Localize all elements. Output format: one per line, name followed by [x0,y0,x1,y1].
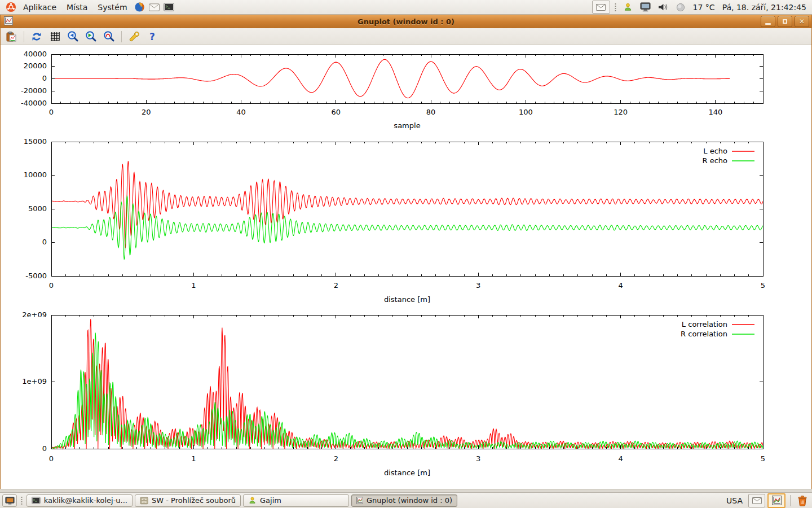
trash-icon [797,495,807,506]
gnuplot-windowlist-button[interactable] [767,493,785,508]
svg-text:2e+09: 2e+09 [22,310,47,319]
svg-text:60: 60 [332,108,341,116]
svg-text:120: 120 [614,108,628,116]
grid-toggle-button[interactable] [47,29,62,44]
speaker-icon [657,3,668,11]
gnuplot-charts: 02040608010012014040000200000-20000-4000… [1,45,811,489]
firefox-icon [134,2,145,12]
menu-places[interactable]: Místa [61,0,92,14]
display-tray[interactable] [638,1,653,14]
monitor-icon [640,2,651,12]
svg-text:-5000: -5000 [25,271,47,280]
zoom-autoscale-button[interactable] [102,29,116,44]
menu-places-label: Místa [67,3,87,12]
svg-text:R echo: R echo [702,156,727,165]
close-icon: ✕ [799,18,805,25]
help-icon: ? [149,31,155,42]
user-switcher-icon [623,2,633,12]
system-tray: 17 °C Pá, 18. září, 21:42:45 [592,1,809,14]
taskbar-handle [21,496,23,505]
svg-text:-40000: -40000 [21,99,47,107]
mail-notification-tray[interactable] [592,1,610,14]
volume-tray[interactable] [656,1,670,14]
svg-text:40000: 40000 [24,50,47,58]
clock[interactable]: Pá, 18. září, 21:42:45 [720,3,809,12]
gajim-icon [248,496,257,505]
svg-text:0: 0 [49,281,54,290]
weather-tray[interactable] [673,1,688,14]
task-label: Gnuplot (window id : 0) [367,496,452,505]
menu-applications[interactable]: Aplikace [18,0,61,14]
tray-handle [615,3,616,11]
window-buttons: ✕ [761,16,809,27]
svg-text:1: 1 [191,281,196,290]
task-file-manager[interactable]: SW - Prohlížeč souborů [135,494,241,507]
weather-icon [676,3,685,12]
svg-text:40: 40 [236,108,246,116]
top-panel: Aplikace Místa Systém [0,0,812,15]
maximize-icon [783,19,787,24]
show-desktop-icon [5,496,15,505]
trash-applet[interactable] [795,494,810,507]
close-button[interactable]: ✕ [795,16,809,27]
zoom-next-icon [85,30,97,42]
toolbar-separator [121,31,122,42]
terminal-launcher[interactable] [162,1,176,14]
ubuntu-logo-icon[interactable] [3,1,18,14]
mailbox-icon [596,4,606,11]
window-titlebar[interactable]: Gnuplot (window id : 0) ✕ [1,15,811,28]
svg-text:5: 5 [761,454,765,463]
svg-text:100: 100 [519,108,533,116]
show-desktop-button[interactable] [2,494,17,507]
svg-text:distance [m]: distance [m] [384,468,430,477]
settings-wrench-icon [129,31,140,42]
minimize-button[interactable] [761,16,775,27]
svg-text:10000: 10000 [24,170,47,179]
svg-text:3: 3 [476,454,480,463]
copy-plot-button[interactable] [4,29,19,44]
zoom-previous-icon [67,30,79,42]
zoom-previous-button[interactable] [65,29,80,44]
svg-text:L correlation: L correlation [682,320,727,329]
svg-text:0: 0 [49,108,54,116]
task-label: kaklik@kaklik-kolej-u... [44,496,127,505]
mail-tray-button[interactable] [748,494,765,507]
settings-button[interactable] [127,29,142,44]
svg-text:5: 5 [761,281,765,290]
ubuntu-logo-icon [6,2,16,12]
terminal-icon [32,497,41,504]
svg-text:80: 80 [426,108,436,116]
plot-canvas: 02040608010012014040000200000-20000-4000… [1,45,811,489]
svg-text:0: 0 [49,454,54,463]
menu-system[interactable]: Systém [92,0,132,14]
task-gnuplot[interactable]: Gnuplot (window id : 0) [351,494,457,507]
svg-text:0: 0 [42,74,47,82]
svg-text:20: 20 [142,108,151,116]
maximize-button[interactable] [778,16,792,27]
svg-text:3: 3 [476,281,480,290]
menu-system-label: Systém [98,3,127,12]
task-gajim[interactable]: Gajim [243,494,349,507]
temperature-indicator[interactable]: 17 °C [691,3,717,12]
svg-text:1: 1 [191,454,196,463]
task-label: Gajim [260,496,281,505]
user-switcher-tray[interactable] [621,1,636,14]
task-terminal[interactable]: kaklik@kaklik-kolej-u... [27,494,133,507]
svg-text:1e+09: 1e+09 [22,377,47,386]
firefox-launcher[interactable] [133,1,147,14]
zoom-autoscale-icon [103,30,115,42]
svg-text:4: 4 [618,281,623,290]
svg-text:sample: sample [394,121,420,130]
refresh-button[interactable] [29,29,44,44]
gnuplot-icon [356,496,363,505]
mail-launcher[interactable] [147,1,162,14]
help-button[interactable]: ? [145,29,160,44]
toolbar-separator [24,31,24,42]
grid-icon [50,31,60,42]
mail-icon [149,3,160,11]
svg-text:140: 140 [708,108,722,116]
bottom-taskbar: kaklik@kaklik-kolej-u... SW - Prohlížeč … [0,492,812,508]
zoom-next-button[interactable] [83,29,98,44]
svg-text:0: 0 [42,238,47,246]
keyboard-layout-indicator[interactable]: USA [723,496,746,505]
